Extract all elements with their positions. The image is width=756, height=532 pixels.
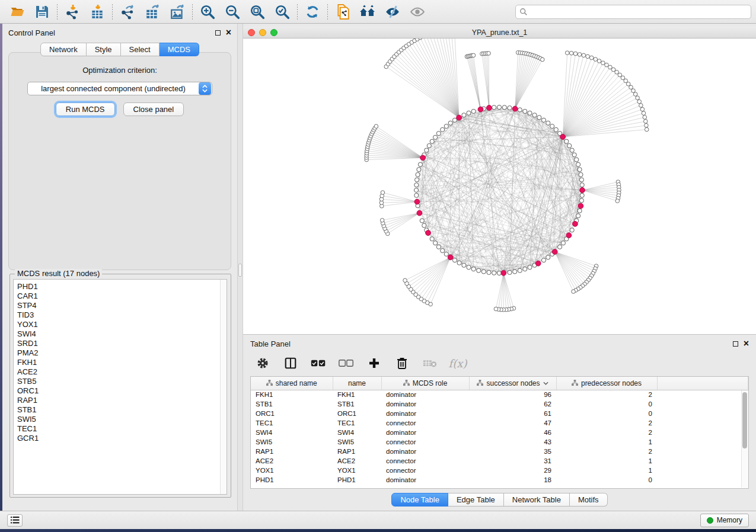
mcds-node: [501, 270, 506, 275]
tab-network[interactable]: Network: [40, 43, 87, 56]
network-graph[interactable]: [243, 39, 756, 334]
mcds-node: [478, 107, 483, 112]
table-row[interactable]: PHD1PHD1dominator180: [251, 475, 748, 485]
table-row[interactable]: TEC1TEC1connector472: [251, 418, 748, 428]
table-row[interactable]: STB1STB1dominator620: [251, 399, 748, 409]
mcds-result-item[interactable]: PMA2: [17, 348, 227, 358]
zoom-selected-icon: [275, 4, 290, 20]
export-network-button[interactable]: [115, 2, 140, 22]
save-session-button[interactable]: [30, 2, 55, 22]
mcds-result-item[interactable]: STB5: [17, 377, 227, 386]
export-table-icon: [145, 4, 160, 20]
export-image-button[interactable]: [165, 2, 190, 22]
toolbar-separator: [192, 4, 193, 20]
network-titlebar[interactable]: YPA_prune.txt_1: [243, 27, 756, 39]
vertical-splitter[interactable]: [237, 24, 243, 511]
mcds-result-item[interactable]: ACE2: [17, 367, 227, 377]
table-row[interactable]: ACE2ACE2connector311: [251, 456, 748, 466]
mcds-result-item[interactable]: GCR1: [17, 434, 227, 443]
mcds-result-item[interactable]: TID3: [17, 310, 227, 320]
mcds-result-item[interactable]: SRD1: [17, 339, 227, 348]
hide-selected-button[interactable]: [380, 2, 405, 22]
import-network-button[interactable]: [60, 2, 85, 22]
gear-icon: [256, 357, 269, 370]
table-row[interactable]: ORC1ORC1dominator610: [251, 409, 748, 418]
zoom-out-button[interactable]: [220, 2, 245, 22]
share-document-button[interactable]: [330, 2, 355, 22]
function-builder-button[interactable]: f(x): [450, 355, 465, 371]
search-input[interactable]: [528, 6, 747, 18]
mcds-result-item[interactable]: SWI5: [17, 415, 227, 424]
float-panel-icon[interactable]: [215, 30, 221, 36]
eye-icon: [410, 4, 425, 20]
run-mcds-button[interactable]: Run MCDS: [56, 102, 115, 116]
table-row[interactable]: FKH1FKH1dominator962: [251, 390, 748, 399]
clear-table-button[interactable]: [422, 355, 438, 371]
add-column-button[interactable]: [366, 355, 382, 371]
table-row[interactable]: RAP1RAP1dominator352: [251, 447, 748, 456]
memory-button[interactable]: Memory: [700, 514, 749, 527]
table-panel: Table Panel ×: [243, 335, 756, 511]
close-panel-button[interactable]: Close panel: [123, 102, 184, 116]
select-stepper-icon: [199, 82, 211, 95]
column-header-name[interactable]: name: [333, 377, 381, 390]
mcds-node: [457, 115, 462, 120]
column-header-shared-name[interactable]: shared name: [251, 377, 333, 390]
table-tabs: Node TableEdge TableNetwork TableMotifs: [243, 489, 756, 510]
zoom-fit-button[interactable]: [245, 2, 270, 22]
table-row[interactable]: YOX1YOX1connector291: [251, 466, 748, 475]
column-header-MCDS-role[interactable]: MCDS role: [381, 377, 469, 390]
search-box[interactable]: [515, 5, 751, 19]
mcds-result-list[interactable]: PHD1CAR1STP4TID3YOX1SWI4SRD1PMA2FKH1ACE2…: [13, 279, 227, 495]
deselect-all-button[interactable]: [339, 355, 354, 371]
tab-mcds[interactable]: MCDS: [160, 43, 199, 56]
mcds-result-item[interactable]: TEC1: [17, 424, 227, 434]
mcds-result-item[interactable]: YOX1: [17, 320, 227, 329]
optimization-criterion-select[interactable]: largest connected component (undirected): [27, 82, 212, 95]
trash-icon: [396, 357, 408, 370]
open-file-button[interactable]: [5, 2, 30, 22]
refresh-button[interactable]: [300, 2, 325, 22]
zoom-selected-button[interactable]: [270, 2, 295, 22]
delete-column-button[interactable]: [394, 355, 410, 371]
mcds-node: [512, 106, 518, 111]
column-header-predecessor-nodes[interactable]: predecessor nodes: [556, 377, 657, 390]
select-all-button[interactable]: [311, 355, 326, 371]
tab-edge-table[interactable]: Edge Table: [448, 493, 504, 507]
table-scrollbar-thumb[interactable]: [742, 392, 747, 448]
column-layout-button[interactable]: [283, 355, 298, 371]
show-all-button[interactable]: [405, 2, 430, 22]
mcds-result-item[interactable]: PHD1: [17, 282, 227, 291]
task-history-button[interactable]: [7, 514, 23, 527]
tab-motifs[interactable]: Motifs: [570, 493, 608, 507]
table-scrollbar[interactable]: [741, 390, 748, 488]
close-panel-icon[interactable]: ×: [226, 30, 231, 36]
home-button[interactable]: [355, 2, 380, 22]
splitter-grip[interactable]: [238, 264, 242, 277]
table-row[interactable]: SWI5SWI5connector431: [251, 437, 748, 447]
close-table-panel-icon[interactable]: ×: [744, 341, 749, 347]
control-panel-title: Control Panel: [8, 28, 55, 37]
table-row[interactable]: SWI4SWI4dominator462: [251, 428, 748, 437]
mcds-result-item[interactable]: ORC1: [17, 386, 227, 396]
mcds-node: [552, 249, 557, 255]
mcds-node: [560, 134, 566, 140]
zoom-in-button[interactable]: [195, 2, 220, 22]
mcds-result-item[interactable]: FKH1: [17, 358, 227, 367]
column-header-successor-nodes[interactable]: successor nodes: [469, 377, 556, 390]
tab-select[interactable]: Select: [121, 43, 160, 56]
export-table-button[interactable]: [140, 2, 165, 22]
tab-node-table[interactable]: Node Table: [391, 493, 448, 507]
mcds-result-item[interactable]: CAR1: [17, 291, 227, 301]
mcds-result-item[interactable]: SWI4: [17, 329, 227, 339]
mcds-list-scrollbar[interactable]: [220, 280, 227, 494]
float-table-panel-icon[interactable]: [733, 341, 738, 347]
tab-style[interactable]: Style: [87, 43, 121, 56]
mcds-result-item[interactable]: STB1: [17, 405, 227, 415]
network-canvas[interactable]: [243, 39, 756, 334]
mcds-result-item[interactable]: STP4: [17, 301, 227, 310]
import-table-button[interactable]: [85, 2, 110, 22]
mcds-result-item[interactable]: RAP1: [17, 396, 227, 405]
tab-network-table[interactable]: Network Table: [504, 493, 570, 507]
table-settings-button[interactable]: [255, 355, 270, 371]
